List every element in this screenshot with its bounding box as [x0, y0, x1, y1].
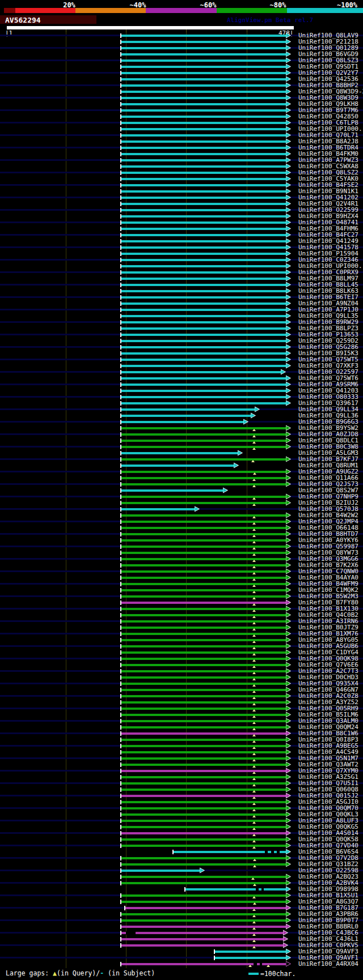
alignment-bar[interactable] [121, 714, 286, 716]
alignment-bar[interactable] [121, 371, 281, 373]
alignment-bar[interactable] [121, 801, 286, 803]
alignment-bar[interactable] [121, 558, 286, 560]
alignment-bar[interactable] [121, 346, 286, 348]
alignment-bar[interactable] [121, 128, 286, 130]
hit-label[interactable]: UniRef100_A4RX04 [298, 961, 358, 967]
alignment-bar[interactable] [121, 278, 286, 280]
alignment-bar[interactable] [121, 570, 286, 573]
alignment-bar[interactable] [121, 446, 286, 448]
alignment-bar[interactable] [121, 228, 286, 230]
alignment-bar[interactable] [121, 377, 286, 380]
alignment-bar[interactable] [121, 165, 286, 168]
alignment-bar[interactable] [121, 764, 286, 766]
alignment-bar[interactable] [121, 813, 286, 816]
alignment-bar[interactable] [121, 390, 286, 392]
alignment-bar[interactable] [121, 944, 284, 947]
alignment-bar[interactable] [121, 296, 286, 299]
alignment-bar[interactable] [121, 577, 286, 579]
alignment-bar[interactable] [121, 234, 286, 236]
alignment-bar[interactable] [121, 564, 286, 566]
alignment-bar[interactable] [121, 583, 286, 585]
alignment-bar[interactable] [121, 59, 286, 62]
alignment-bar[interactable] [121, 359, 286, 361]
alignment-bar[interactable] [121, 421, 244, 423]
alignment-bar[interactable] [121, 84, 286, 87]
alignment-bar[interactable] [121, 116, 286, 118]
alignment-bar[interactable] [121, 465, 234, 467]
alignment-bar[interactable] [121, 938, 284, 940]
alignment-bar[interactable] [121, 327, 286, 330]
alignment-bar[interactable] [214, 957, 286, 959]
alignment-bar[interactable] [121, 770, 286, 772]
alignment-bar[interactable] [121, 140, 286, 143]
alignment-bar[interactable] [121, 97, 286, 99]
alignment-bar[interactable] [121, 795, 286, 797]
alignment-bar[interactable] [121, 259, 286, 261]
alignment-bar[interactable] [121, 72, 286, 74]
alignment-bar[interactable] [121, 820, 286, 822]
alignment-bar[interactable] [121, 633, 286, 635]
alignment-bar[interactable] [121, 103, 286, 105]
alignment-bar[interactable] [121, 751, 286, 753]
alignment-bar[interactable] [121, 695, 286, 697]
alignment-bar[interactable] [121, 489, 223, 492]
alignment-bar[interactable] [121, 159, 286, 161]
alignment-bar[interactable] [121, 184, 286, 186]
alignment-bar[interactable] [121, 508, 195, 510]
alignment-bar[interactable] [121, 913, 286, 915]
alignment-bar[interactable] [121, 496, 286, 498]
alignment-bar[interactable] [121, 870, 200, 872]
alignment-bar[interactable] [121, 745, 286, 747]
alignment-bar[interactable] [121, 901, 286, 903]
alignment-bar[interactable] [121, 926, 286, 928]
alignment-bar[interactable] [121, 134, 286, 137]
alignment-bar[interactable] [121, 845, 286, 847]
alignment-bar[interactable] [121, 215, 286, 218]
alignment-bar[interactable] [121, 807, 286, 809]
alignment-bar[interactable] [121, 240, 286, 242]
alignment-bar[interactable] [121, 197, 286, 199]
alignment-bar[interactable] [121, 514, 286, 517]
alignment-bar[interactable] [121, 521, 286, 523]
alignment-bar[interactable] [121, 739, 286, 741]
alignment-bar[interactable] [121, 608, 286, 610]
alignment-bar[interactable] [121, 919, 286, 922]
alignment-bar[interactable] [121, 683, 286, 685]
alignment-bar[interactable] [121, 190, 286, 193]
alignment-bar[interactable] [121, 284, 286, 286]
alignment-bar[interactable] [121, 209, 286, 211]
alignment-bar[interactable] [121, 483, 286, 485]
alignment-bar[interactable] [121, 91, 286, 93]
alignment-bar[interactable] [121, 533, 286, 535]
alignment-bar[interactable] [121, 602, 286, 604]
alignment-bar[interactable] [121, 477, 286, 479]
alignment-bar[interactable] [121, 47, 286, 49]
alignment-bar[interactable] [121, 527, 286, 529]
alignment-bar[interactable] [121, 122, 286, 124]
alignment-bar[interactable] [121, 433, 286, 436]
alignment-bar[interactable] [121, 53, 286, 56]
alignment-bar[interactable] [121, 645, 286, 647]
alignment-bar[interactable] [121, 221, 286, 224]
alignment-bar[interactable] [121, 838, 286, 841]
alignment-bar[interactable] [121, 720, 286, 722]
alignment-bar[interactable] [121, 321, 286, 323]
alignment-bar[interactable] [121, 651, 286, 654]
alignment-bar[interactable] [121, 664, 286, 666]
alignment-bar[interactable] [121, 109, 286, 112]
alignment-bar[interactable] [121, 290, 286, 292]
alignment-bar[interactable] [121, 384, 286, 386]
alignment-bar[interactable] [121, 894, 286, 897]
alignment-bar[interactable] [121, 78, 286, 80]
alignment-bar[interactable] [121, 676, 286, 679]
alignment-bar[interactable] [121, 689, 286, 691]
alignment-bar[interactable] [121, 620, 286, 623]
alignment-bar[interactable] [121, 614, 286, 616]
alignment-bar[interactable] [173, 851, 286, 853]
alignment-bar[interactable] [121, 396, 286, 398]
alignment-bar[interactable] [121, 863, 286, 866]
alignment-bar[interactable] [121, 365, 286, 367]
alignment-bar[interactable] [121, 857, 286, 859]
alignment-bar[interactable] [121, 452, 238, 454]
alignment-bar[interactable] [121, 639, 286, 641]
